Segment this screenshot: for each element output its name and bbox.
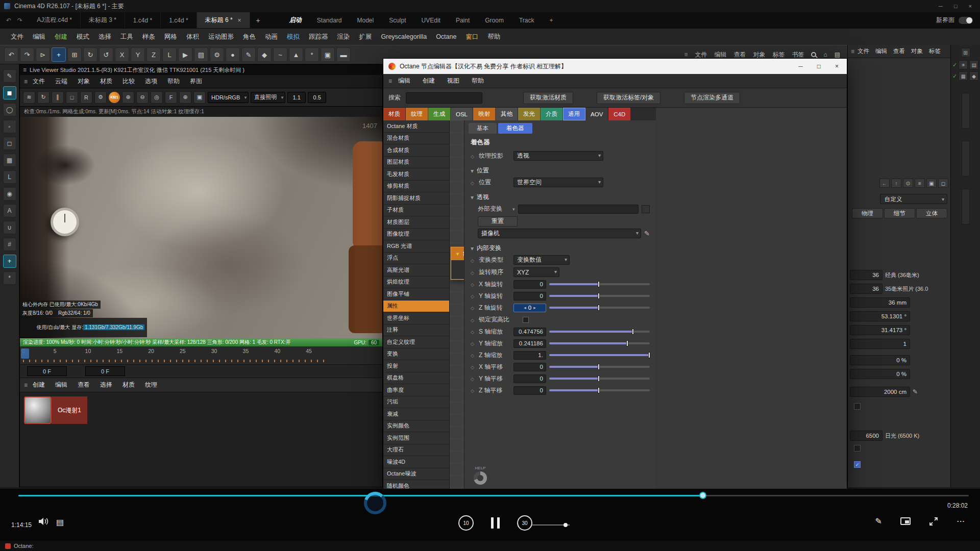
pencil-icon[interactable]: ✎ <box>644 230 650 237</box>
menu-item[interactable]: 运动图形 <box>204 33 238 41</box>
node-type-item[interactable]: 衰减 <box>383 408 449 420</box>
node-type-item[interactable]: 混合材质 <box>383 133 449 145</box>
check-icon[interactable]: ✓ <box>952 62 957 68</box>
picture-in-picture-button[interactable] <box>900 517 911 525</box>
material-menu-item[interactable]: 选择 <box>95 381 117 389</box>
grid-snap-button[interactable]: # <box>3 238 16 251</box>
lv-menu-item[interactable]: 对象 <box>72 77 95 86</box>
manager-menu-item[interactable]: 文件 <box>695 51 707 59</box>
frame-end-field[interactable]: 0 F <box>85 366 125 376</box>
node-category-tab[interactable]: 材质 <box>383 108 406 120</box>
brush-tool-icon[interactable]: ✎ <box>3 69 16 83</box>
camera-icon[interactable]: ▣ <box>321 47 335 62</box>
layout-tab[interactable]: + <box>542 12 561 28</box>
mograph-icon[interactable]: ▲ <box>289 47 303 62</box>
doc-tab[interactable]: AJ流程.c4d * × <box>29 12 81 28</box>
model-mode-button[interactable]: ◼ <box>3 86 16 99</box>
rewind-10-button[interactable]: 10 <box>458 515 474 531</box>
node-category-tab[interactable]: 映射 <box>473 108 496 120</box>
render-viewport[interactable]: 1407 核心外内存 已使用/最大:0Kb/4Gb 灰度8/16: 0/0 Rg… <box>20 117 382 338</box>
slider[interactable] <box>549 366 650 368</box>
node-type-item[interactable]: 图像平铺 <box>383 288 449 300</box>
node-type-item[interactable]: 噪波4D <box>383 456 449 468</box>
lv-menu-item[interactable]: 选项 <box>140 77 162 86</box>
node-type-item[interactable]: 图层材质 <box>383 157 449 169</box>
lock-aspect-checkbox[interactable] <box>523 317 529 323</box>
position-select[interactable]: 世界空间 <box>513 178 603 187</box>
lv-menu-item[interactable]: 文件 <box>28 77 50 86</box>
internal-transform-section-header[interactable]: 内部变换 <box>471 244 650 253</box>
node-editor-action-button[interactable]: 获取激活材质 <box>523 92 573 104</box>
pen-spline-icon[interactable]: ~ <box>273 47 287 62</box>
attr-menu-item[interactable]: 编辑 <box>872 47 890 55</box>
node-type-item[interactable]: 自定义纹理 <box>383 336 449 348</box>
value-field[interactable]: 0 <box>513 374 546 383</box>
camera-mode-tab[interactable]: 立体 <box>916 208 947 218</box>
hamburger-icon[interactable]: ≡ <box>24 78 28 85</box>
link-box-icon[interactable] <box>642 205 650 213</box>
attribute-checkbox-checked[interactable]: ✓ <box>854 461 861 468</box>
value-field[interactable]: ◂ 0 ▸ <box>513 280 546 289</box>
panel-icon[interactable]: ▤ <box>835 51 840 58</box>
close-button[interactable]: × <box>969 3 972 9</box>
material-menu-item[interactable]: 查看 <box>72 381 95 389</box>
render-picture-viewer-button[interactable]: ▤ <box>194 47 208 62</box>
camera-select[interactable]: 摄像机 <box>478 229 641 238</box>
attribute-value-field[interactable]: 36 <box>850 284 883 294</box>
edit-button[interactable]: ✎ <box>875 516 882 526</box>
render-view-button[interactable]: ▶ <box>178 47 192 62</box>
render-settings-icon[interactable]: ⚙ <box>94 91 107 104</box>
ne-menu-item[interactable]: 视图 <box>441 77 465 85</box>
node-type-item[interactable]: 材质图层 <box>383 216 449 229</box>
menu-item[interactable]: 动画 <box>260 33 282 41</box>
value-field[interactable]: ◂ 0 ▸ <box>513 292 546 300</box>
cube-primitive-icon[interactable]: ◆ <box>257 47 272 62</box>
doc-tab[interactable]: 未标题 3 * × <box>81 12 125 28</box>
menu-item[interactable]: 渲染 <box>333 33 355 41</box>
menu-item[interactable]: 文件 <box>6 33 28 41</box>
workplane-mode-button[interactable]: L <box>3 170 16 184</box>
doc-tab[interactable]: 1.c4d * × <box>125 12 161 28</box>
object-icon[interactable]: ☀ <box>959 60 968 69</box>
progress-playhead[interactable] <box>699 492 706 499</box>
focus-pick-icon[interactable]: ◎ <box>151 91 163 104</box>
minimize-button[interactable]: ─ <box>939 3 943 9</box>
attribute-checkbox[interactable] <box>854 403 861 410</box>
scale-tool-icon[interactable]: ⊞ <box>67 47 82 62</box>
node-category-tab[interactable]: 介质 <box>541 108 563 120</box>
colorspace-select[interactable]: HDR/sRGB <box>208 92 249 103</box>
attribute-value-field[interactable]: 6500 <box>850 431 883 441</box>
material-name[interactable]: Oc漫射1 <box>52 396 87 424</box>
menu-item[interactable]: 角色 <box>238 33 260 41</box>
octane-help-logo[interactable]: HELP <box>474 466 487 485</box>
menu-item[interactable]: Greyscalegorilla <box>377 33 432 40</box>
menu-item[interactable]: 模拟 <box>282 33 304 41</box>
maximize-button[interactable]: □ <box>817 63 821 70</box>
attribute-option[interactable]: 经典 (36毫米) <box>885 271 949 279</box>
attribute-value-field[interactable]: 0 % <box>850 355 910 365</box>
layout-tab[interactable]: Paint <box>448 12 477 28</box>
list-icon[interactable]: ≡ <box>915 179 925 188</box>
docked-panel-tab[interactable] <box>962 141 970 177</box>
pin-icon[interactable]: ◻ <box>938 179 948 188</box>
ne-menu-item[interactable]: 编辑 <box>392 77 416 85</box>
up-icon[interactable]: ↑ <box>891 179 901 188</box>
z-axis-lock-button[interactable]: Z <box>146 47 161 62</box>
layout-tab[interactable]: Track <box>511 12 542 28</box>
node-category-tab[interactable]: 通用 <box>563 108 585 120</box>
layout-tab[interactable]: Model <box>349 12 381 28</box>
texture-projection-select[interactable]: 透视 <box>513 151 603 161</box>
attribute-option[interactable]: 35毫米照片 (36.0 <box>885 285 949 293</box>
attr-menu-item[interactable]: 对象 <box>908 47 926 55</box>
forward-30-button[interactable]: 30 <box>517 515 532 531</box>
rotation-order-select[interactable]: XYZ <box>513 267 559 277</box>
value-field[interactable]: 0 <box>513 386 546 395</box>
region-render-icon[interactable]: R <box>80 91 92 104</box>
preset-select[interactable]: 自定义 <box>880 194 947 204</box>
grid-icon[interactable]: ⊞ <box>961 48 970 57</box>
camera-lock-icon[interactable]: ▣ <box>193 91 206 104</box>
manager-menu-item[interactable]: 查看 <box>733 51 746 59</box>
node-category-tab[interactable]: 生成 <box>428 108 451 120</box>
node-type-item[interactable]: 浮点 <box>383 253 449 265</box>
video-progress-track[interactable] <box>18 495 969 496</box>
